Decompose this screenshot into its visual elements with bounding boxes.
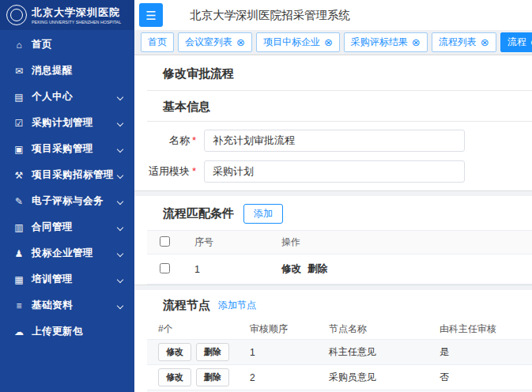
project-icon: ▣ <box>12 144 26 155</box>
sidebar-item-project-purchase[interactable]: ▣项目采购管理 <box>0 136 134 162</box>
tab-home[interactable]: 首页 <box>141 32 174 52</box>
sidebar-item-purchase-plan[interactable]: ☑采购计划管理 <box>0 110 134 136</box>
column-header-seq: 序号 <box>194 236 281 249</box>
sidebar-item-label: 合同管理 <box>32 220 73 234</box>
sidebar-item-upload-package[interactable]: ☁上传更新包 <box>0 318 134 345</box>
sidebar-item-label: 培训管理 <box>32 273 73 286</box>
sidebar-item-label: 采购计划管理 <box>32 116 93 130</box>
chevron-down-icon <box>117 145 123 152</box>
chevron-down-icon <box>117 224 123 230</box>
upload-icon: ☁ <box>12 326 26 337</box>
contract-icon: ▥ <box>12 222 26 233</box>
sidebar-item-e-evaluation[interactable]: ✎电子评标与会务 <box>0 188 134 214</box>
tab-label: 流程列表 <box>439 36 477 49</box>
order-cell: 2 <box>250 372 329 383</box>
column-header: 由科主任审核 <box>440 322 532 336</box>
form-row-name: 名称* <box>147 130 532 152</box>
tab-label: 会议室列表 <box>185 36 232 49</box>
sidebar-item-contract[interactable]: ▥合同管理 <box>0 214 134 240</box>
training-icon: ▦ <box>12 274 26 285</box>
hospital-brand: 北京大学深圳医院 PEKING UNIVERSITY SHENZHEN HOSP… <box>0 0 134 30</box>
node-name-cell: 科主任意见 <box>329 345 440 359</box>
tab-label: 采购评标结果 <box>351 36 408 49</box>
close-icon[interactable]: ⊗ <box>324 37 333 47</box>
tab-process[interactable]: 流程⊗ <box>500 32 532 52</box>
module-input[interactable] <box>204 160 465 183</box>
seq-cell: 1 <box>194 264 281 275</box>
sidebar-item-label: 个人中心 <box>32 90 73 104</box>
add-condition-button[interactable]: 添加 <box>243 204 283 224</box>
tools-icon: ⚒ <box>12 170 26 181</box>
bell-icon: ✉ <box>12 66 26 77</box>
sidebar-item-bidder-mgmt[interactable]: ♟投标企业管理 <box>0 240 134 266</box>
director-review-cell: 是 <box>440 345 532 359</box>
chevron-down-icon <box>117 276 123 282</box>
sidebar-item-project-bidding[interactable]: ⚒项目采购招标管理 <box>0 162 134 188</box>
tab-process-list[interactable]: 流程列表⊗ <box>432 32 496 52</box>
chevron-down-icon <box>117 198 123 204</box>
match-conditions-table: 序号操作 1修改删除 <box>147 230 532 285</box>
sidebar-item-label: 基础资料 <box>32 299 73 312</box>
modify-link[interactable]: 修改 <box>281 263 301 274</box>
section-title-basic-info: 基本信息 <box>163 100 210 115</box>
page-title: 修改审批流程 <box>163 66 234 80</box>
select-all-checkbox[interactable] <box>160 236 170 247</box>
tab-bar: 首页会议室列表⊗项目中标企业⊗采购评标结果⊗流程列表⊗流程⊗ <box>134 30 532 55</box>
sidebar-nav: ⌂首页✉消息提醒▤个人中心☑采购计划管理▣项目采购管理⚒项目采购招标管理✎电子评… <box>0 30 134 345</box>
sidebar-item-home[interactable]: ⌂首页 <box>0 32 134 58</box>
system-title: 北京大学深圳医院招采管理系统 <box>190 8 350 23</box>
tab-meeting-room-list[interactable]: 会议室列表⊗ <box>178 32 252 52</box>
modify-button[interactable]: 修改 <box>158 368 191 386</box>
hospital-name-en: PEKING UNIVERSITY SHENZHEN HOSPITAL <box>32 20 119 24</box>
home-icon: ⌂ <box>12 40 26 51</box>
sidebar-item-basic-data[interactable]: ≡基础资料 <box>0 292 134 318</box>
content: 修改审批流程 基本信息 名称*适用模块* 流程匹配条件 添加 序号操作 1修改删… <box>134 55 532 392</box>
field-label-module: 适用模块* <box>147 164 196 179</box>
topbar: ☰ 北京大学深圳医院招采管理系统 <box>134 0 532 30</box>
tab-project-winners[interactable]: 项目中标企业⊗ <box>256 32 340 52</box>
director-review-cell: 否 <box>440 371 532 384</box>
row-checkbox[interactable] <box>160 263 170 273</box>
sidebar: 北京大学深圳医院 PEKING UNIVERSITY SHENZHEN HOSP… <box>0 0 134 392</box>
node-name-cell: 采购员意见 <box>329 371 440 384</box>
sidebar-item-label: 项目采购招标管理 <box>32 168 114 182</box>
edit-doc-icon: ✎ <box>12 196 26 207</box>
chevron-down-icon <box>117 93 123 100</box>
field-label-name: 名称* <box>147 134 196 148</box>
name-input[interactable] <box>204 130 465 152</box>
app-window: 北京大学深圳医院 PEKING UNIVERSITY SHENZHEN HOSP… <box>0 0 532 392</box>
sidebar-item-label: 消息提醒 <box>32 64 73 77</box>
section-title-process-nodes: 流程节点 <box>163 298 210 313</box>
sidebar-item-label: 投标企业管理 <box>32 247 93 260</box>
process-nodes-table-header: #个审核顺序节点名称由科主任审核 <box>147 319 532 340</box>
delete-button[interactable]: 删除 <box>196 368 229 386</box>
sidebar-item-training[interactable]: ▦培训管理 <box>0 266 134 292</box>
tab-bid-evaluation-result[interactable]: 采购评标结果⊗ <box>344 32 428 52</box>
id-card-icon: ▤ <box>12 92 26 103</box>
table-row: 修改删除2采购员意见否 <box>147 365 532 390</box>
required-asterisk: * <box>192 165 196 177</box>
sidebar-item-messages[interactable]: ✉消息提醒 <box>0 58 134 84</box>
add-node-link[interactable]: 添加节点 <box>218 299 256 312</box>
table-row: 修改删除1科主任意见是 <box>147 340 532 365</box>
chevron-down-icon <box>117 250 123 256</box>
table-row: 1修改删除 <box>147 254 532 285</box>
delete-button[interactable]: 删除 <box>196 343 229 361</box>
required-asterisk: * <box>192 134 196 146</box>
close-icon[interactable]: ⊗ <box>412 37 421 47</box>
close-icon[interactable]: ⊗ <box>236 37 245 47</box>
column-header-action: 操作 <box>281 236 532 249</box>
chevron-down-icon <box>117 172 123 178</box>
modify-button[interactable]: 修改 <box>158 343 191 361</box>
column-header: #个 <box>147 322 250 336</box>
sidebar-item-label: 首页 <box>32 38 52 51</box>
column-header: 节点名称 <box>329 322 440 336</box>
chevron-down-icon <box>117 302 123 308</box>
delete-link[interactable]: 删除 <box>308 263 327 274</box>
tab-label: 项目中标企业 <box>263 36 320 49</box>
menu-toggle-button[interactable]: ☰ <box>139 3 163 27</box>
close-icon[interactable]: ⊗ <box>481 37 489 47</box>
process-nodes-table: #个审核顺序节点名称由科主任审核 修改删除1科主任意见是修改删除2采购员意见否修… <box>147 319 532 392</box>
section-title-match-conditions: 流程匹配条件 <box>163 206 234 221</box>
sidebar-item-personal-center[interactable]: ▤个人中心 <box>0 84 134 110</box>
